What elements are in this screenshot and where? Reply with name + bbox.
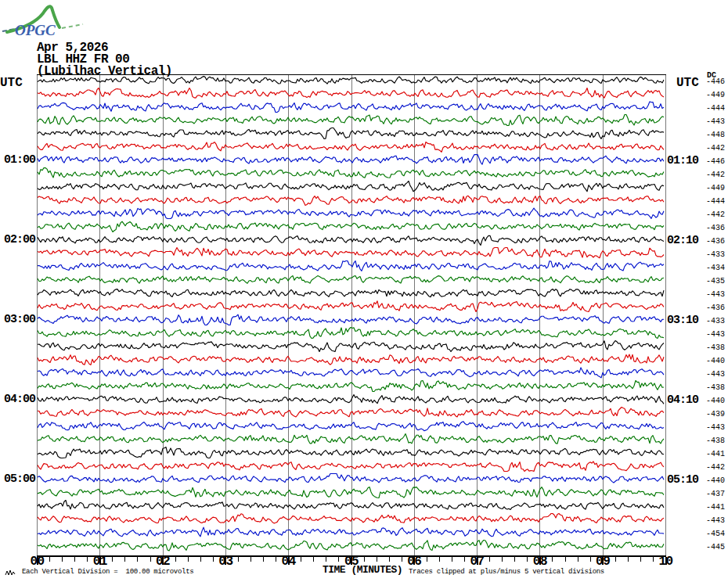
x-tick-label-07: 07 bbox=[463, 556, 492, 568]
trace-row-03:10 bbox=[38, 328, 664, 339]
dc-value-04:00: -440 bbox=[696, 397, 725, 405]
trace-row-00:20 bbox=[38, 102, 664, 113]
trace-row-05:20 bbox=[38, 501, 664, 510]
trace-row-05:50 bbox=[38, 541, 664, 551]
dc-value-04:20: -443 bbox=[696, 424, 725, 432]
trace-row-01:40 bbox=[38, 208, 664, 219]
trace-row-05:00 bbox=[38, 474, 664, 483]
wave-icon bbox=[5, 569, 17, 577]
dc-value-03:50: -438 bbox=[696, 384, 725, 392]
dc-value-01:00: -446 bbox=[696, 158, 725, 166]
trace-row-01:20 bbox=[38, 181, 664, 192]
trace-row-02:30 bbox=[38, 276, 664, 284]
dc-value-00:30: -443 bbox=[696, 118, 725, 126]
x-tick-label-01: 01 bbox=[86, 556, 114, 568]
dc-value-05:10: -437 bbox=[696, 490, 725, 498]
trace-row-00:00 bbox=[38, 77, 664, 84]
trace-row-01:00 bbox=[38, 155, 664, 165]
trace-row-02:20 bbox=[38, 261, 664, 271]
trace-row-04:30 bbox=[38, 434, 664, 444]
dc-value-00:10: -449 bbox=[696, 92, 725, 99]
x-tick-label-05: 05 bbox=[337, 556, 366, 568]
left-time-label-05:00: 05:00 bbox=[0, 473, 35, 485]
trace-row-02:50 bbox=[38, 301, 664, 312]
dc-value-04:40: -441 bbox=[696, 451, 725, 458]
dc-value-03:10: -443 bbox=[696, 331, 725, 339]
trace-row-01:30 bbox=[38, 196, 664, 205]
left-time-label-03:00: 03:00 bbox=[0, 314, 35, 325]
trace-row-04:10 bbox=[38, 408, 664, 418]
dc-value-03:40: -443 bbox=[696, 371, 725, 379]
right-time-label-05:10: 05:10 bbox=[667, 474, 698, 486]
dc-value-05:30: -443 bbox=[696, 517, 725, 525]
dc-value-01:20: -449 bbox=[696, 185, 725, 192]
dc-value-00:00: -446 bbox=[696, 78, 725, 86]
trace-row-03:30 bbox=[38, 354, 664, 365]
dc-value-02:00: -436 bbox=[696, 238, 725, 246]
trace-row-03:00 bbox=[38, 314, 664, 325]
dc-value-04:30: -438 bbox=[696, 437, 725, 445]
dc-value-03:00: -433 bbox=[696, 318, 725, 325]
trace-row-03:20 bbox=[38, 341, 664, 352]
x-tick-label-06: 06 bbox=[400, 556, 428, 568]
dc-value-01:30: -444 bbox=[696, 198, 725, 206]
right-time-label-01:10: 01:10 bbox=[667, 155, 698, 167]
dc-value-03:20: -438 bbox=[696, 344, 725, 352]
trace-row-03:50 bbox=[38, 381, 664, 392]
dc-value-05:40: -454 bbox=[696, 530, 725, 538]
dc-value-00:20: -444 bbox=[696, 105, 725, 113]
trace-row-02:10 bbox=[38, 248, 664, 258]
dc-value-05:50: -445 bbox=[696, 544, 725, 551]
dc-value-03:30: -440 bbox=[696, 357, 725, 365]
dc-value-00:40: -448 bbox=[696, 131, 725, 139]
trace-row-05:10 bbox=[38, 487, 664, 498]
trace-row-03:40 bbox=[38, 368, 664, 378]
dc-value-05:20: -441 bbox=[696, 504, 725, 512]
trace-row-00:10 bbox=[38, 88, 664, 99]
x-tick-label-00: 00 bbox=[23, 556, 52, 568]
clip-note: Traces clipped at plus/minus 5 vertical … bbox=[409, 568, 604, 576]
dc-value-02:40: -443 bbox=[696, 291, 725, 299]
x-tick-label-02: 02 bbox=[149, 556, 177, 568]
right-time-label-04:10: 04:10 bbox=[667, 394, 698, 406]
right-time-label-02:10: 02:10 bbox=[667, 235, 698, 246]
x-tick-label-09: 09 bbox=[589, 556, 617, 568]
helicorder-plot bbox=[0, 0, 728, 582]
dc-value-05:00: -440 bbox=[696, 477, 725, 485]
dc-value-02:50: -436 bbox=[696, 304, 725, 312]
trace-row-04:00 bbox=[38, 395, 664, 404]
x-tick-label-08: 08 bbox=[526, 556, 554, 568]
trace-row-00:50 bbox=[38, 142, 664, 153]
trace-row-02:00 bbox=[38, 235, 664, 245]
dc-value-04:10: -439 bbox=[696, 411, 725, 419]
trace-row-00:40 bbox=[38, 128, 664, 139]
trace-row-04:50 bbox=[38, 462, 664, 472]
trace-row-05:30 bbox=[38, 514, 664, 523]
left-time-label-02:00: 02:00 bbox=[0, 234, 35, 246]
dc-value-02:30: -435 bbox=[696, 278, 725, 286]
trace-row-01:10 bbox=[38, 168, 664, 178]
dc-value-02:20: -434 bbox=[696, 264, 725, 272]
left-time-label-04:00: 04:00 bbox=[0, 393, 35, 405]
dc-value-04:50: -442 bbox=[696, 464, 725, 472]
dc-value-02:10: -433 bbox=[696, 251, 725, 259]
dc-value-01:50: -436 bbox=[696, 225, 725, 232]
x-tick-label-10: 10 bbox=[652, 556, 680, 568]
trace-row-01:50 bbox=[38, 221, 664, 232]
trace-row-04:40 bbox=[38, 447, 664, 458]
trace-row-04:20 bbox=[38, 422, 664, 431]
dc-value-01:10: -442 bbox=[696, 171, 725, 179]
x-tick-label-03: 03 bbox=[211, 556, 240, 568]
trace-row-00:30 bbox=[38, 115, 664, 126]
trace-row-05:40 bbox=[38, 527, 664, 537]
x-tick-label-04: 04 bbox=[275, 556, 303, 568]
dc-value-00:50: -442 bbox=[696, 145, 725, 153]
right-time-label-03:10: 03:10 bbox=[667, 314, 698, 326]
helicorder-page: OPGC Apr 5,2026 LBL HHZ FR 00 (Lubilhac … bbox=[0, 0, 728, 582]
scale-note: Each Vertical Division = 100.00 microvol… bbox=[22, 568, 193, 576]
trace-row-02:40 bbox=[38, 289, 664, 297]
dc-value-01:40: -442 bbox=[696, 211, 725, 219]
left-time-label-01:00: 01:00 bbox=[0, 154, 35, 166]
